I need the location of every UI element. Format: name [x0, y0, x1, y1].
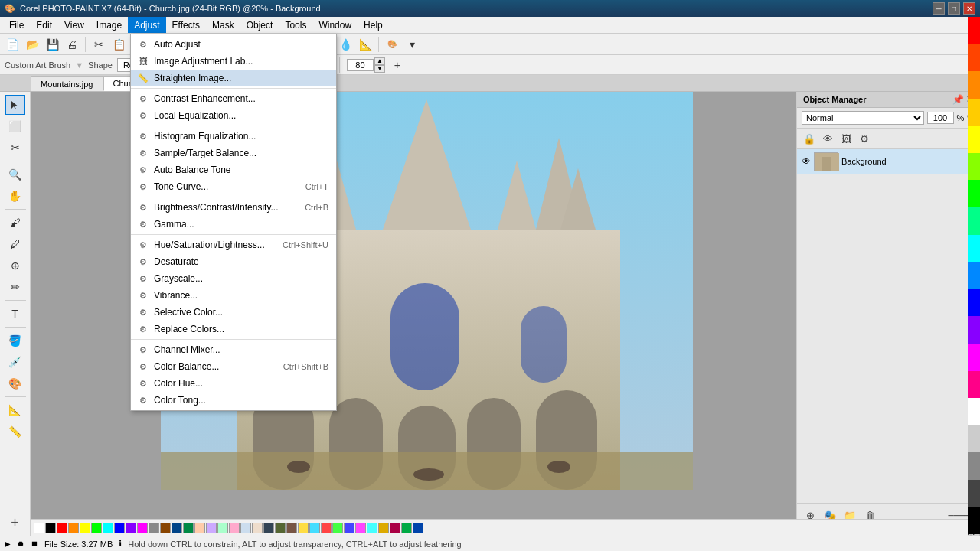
close-button[interactable]: ✕ — [963, 2, 975, 15]
tool-paint[interactable]: 🖌 — [5, 213, 25, 233]
cs-green-cyan[interactable] — [968, 207, 980, 235]
background-layer-row[interactable]: 👁 Background ▶ — [797, 149, 980, 174]
zoom-down-button[interactable]: ▼ — [374, 65, 385, 73]
menu-color-hue[interactable]: ⚙ Color Hue... — [131, 375, 336, 392]
swatch-dark-blue[interactable] — [263, 523, 274, 533]
swatch-bright-red[interactable] — [321, 523, 332, 533]
swatch-crimson[interactable] — [390, 523, 400, 533]
opacity-input[interactable] — [927, 112, 954, 124]
tool-text[interactable]: T — [5, 304, 25, 324]
cs-yellow-orange[interactable] — [968, 99, 980, 126]
print-button[interactable]: 🖨 — [63, 35, 81, 54]
lock-icon[interactable]: 🔒 — [802, 131, 817, 146]
menu-vibrance[interactable]: ⚙ Vibrance... — [131, 287, 336, 304]
menu-grayscale[interactable]: ⚙ Grayscale... — [131, 270, 336, 287]
swatch-cyan[interactable] — [103, 523, 113, 533]
cs-cyan[interactable] — [968, 235, 980, 262]
menu-view[interactable]: View — [58, 17, 90, 33]
cs-yellow-green[interactable] — [968, 153, 980, 181]
layer-visibility-toggle[interactable]: 👁 — [802, 156, 811, 167]
cs-light-gray[interactable] — [968, 425, 980, 453]
swatch-bright-blue[interactable] — [344, 523, 354, 533]
tool-scissors[interactable]: ✂ — [5, 138, 25, 158]
tool-straighten[interactable]: 📏 — [5, 422, 25, 442]
swatch-royal-blue[interactable] — [413, 523, 423, 533]
minimize-button[interactable]: ─ — [933, 2, 945, 15]
menu-hue-saturation[interactable]: ⚙ Hue/Saturation/Lightness... Ctrl+Shift… — [131, 236, 336, 253]
obj-icon-3[interactable]: 🖼 — [838, 131, 854, 146]
menu-tools[interactable]: Tools — [279, 17, 312, 33]
cs-dark-gray[interactable] — [968, 480, 980, 507]
zoom-plus-button[interactable]: + — [390, 57, 405, 73]
cs-black[interactable] — [968, 507, 980, 534]
menu-auto-adjust[interactable]: ⚙ Auto Adjust — [131, 36, 336, 53]
play-button[interactable]: ▶ — [5, 540, 11, 548]
pin-button[interactable]: 📌 — [952, 94, 964, 105]
cs-white[interactable] — [968, 398, 980, 425]
cs-cyan-blue[interactable] — [968, 262, 980, 289]
blend-mode-select[interactable]: Normal Multiply Screen — [802, 111, 924, 125]
menu-replace-colors[interactable]: ⚙ Replace Colors... — [131, 321, 336, 337]
record-button[interactable]: ⏺ — [17, 540, 24, 548]
tool-effect-brush[interactable]: 🖊 — [5, 234, 25, 254]
swatch-magenta[interactable] — [137, 523, 148, 533]
cs-orange[interactable] — [968, 71, 980, 99]
menu-sample-target-balance[interactable]: ⚙ Sample/Target Balance... — [131, 145, 336, 161]
swatch-white[interactable] — [34, 523, 44, 533]
cs-gray[interactable] — [968, 452, 980, 480]
color-swatch-button[interactable]: 🎨 — [383, 35, 401, 54]
add-tool-button[interactable]: + — [5, 513, 25, 533]
menu-local-equalization[interactable]: ⚙ Local Equalization... — [131, 107, 336, 124]
cs-green[interactable] — [968, 180, 980, 207]
visibility-icon[interactable]: 👁 — [820, 131, 835, 146]
stop-button[interactable]: ⏹ — [31, 540, 38, 548]
tab-mountains[interactable]: Mountains.jpg — [31, 76, 103, 91]
swatch-sky[interactable] — [309, 523, 320, 533]
menu-selective-color[interactable]: ⚙ Selective Color... — [131, 304, 336, 321]
swatch-gray[interactable] — [149, 523, 159, 533]
open-button[interactable]: 📂 — [23, 35, 41, 54]
swatch-green[interactable] — [91, 523, 102, 533]
swatch-light-blue[interactable] — [240, 523, 251, 533]
menu-image[interactable]: Image — [90, 17, 128, 33]
swatch-emerald[interactable] — [401, 523, 412, 533]
menu-desaturate[interactable]: ⚙ Desaturate — [131, 253, 336, 270]
tool-eraser[interactable]: ✏ — [5, 277, 25, 297]
cut-button[interactable]: ✂ — [90, 35, 108, 54]
menu-mask[interactable]: Mask — [206, 17, 240, 33]
menu-edit[interactable]: Edit — [30, 17, 58, 33]
menu-brightness-contrast[interactable]: ⚙ Brightness/Contrast/Intensity... Ctrl+… — [131, 199, 336, 216]
menu-gamma[interactable]: ⚙ Gamma... — [131, 216, 336, 233]
menu-adjust[interactable]: Adjust — [128, 17, 165, 33]
cs-magenta-red[interactable] — [968, 371, 980, 399]
menu-contrast-enhancement[interactable]: ⚙ Contrast Enhancement... — [131, 90, 336, 107]
menu-straighten-image[interactable]: 📏 Straighten Image... — [131, 70, 336, 86]
cs-yellow[interactable] — [968, 126, 980, 153]
swatch-violet[interactable] — [126, 523, 136, 533]
zoom-input[interactable] — [347, 59, 374, 71]
swatch-mint[interactable] — [217, 523, 228, 533]
menu-histogram-equalization[interactable]: ⚙ Histogram Equalization... — [131, 128, 336, 145]
edge-button[interactable]: 📐 — [356, 35, 374, 54]
copy-button[interactable]: 📋 — [109, 35, 128, 54]
cs-blue-violet[interactable] — [968, 316, 980, 344]
menu-image-adjustment-lab[interactable]: 🖼 Image Adjustment Lab... — [131, 53, 336, 70]
tool-pointer[interactable] — [5, 95, 25, 115]
menu-window[interactable]: Window — [312, 17, 358, 33]
new-button[interactable]: 📄 — [3, 35, 21, 54]
swatch-gold[interactable] — [298, 523, 309, 533]
menu-color-tong[interactable]: ⚙ Color Tong... — [131, 392, 336, 409]
swatch-dark-green[interactable] — [183, 523, 194, 533]
cs-red-orange[interactable] — [968, 44, 980, 72]
swatch-lavender[interactable] — [206, 523, 217, 533]
tool-fill[interactable]: 🪣 — [5, 331, 25, 350]
tool-crop[interactable]: 📐 — [5, 400, 25, 420]
menu-tone-curve[interactable]: ⚙ Tone Curve... Ctrl+T — [131, 178, 336, 195]
swatch-orange[interactable] — [68, 523, 79, 533]
swatch-beige[interactable] — [252, 523, 263, 533]
swatch-olive[interactable] — [275, 523, 286, 533]
swatch-brown[interactable] — [160, 523, 171, 533]
swatch-pink[interactable] — [229, 523, 240, 533]
menu-channel-mixer[interactable]: ⚙ Channel Mixer... — [131, 341, 336, 358]
swatch-amber[interactable] — [378, 523, 389, 533]
